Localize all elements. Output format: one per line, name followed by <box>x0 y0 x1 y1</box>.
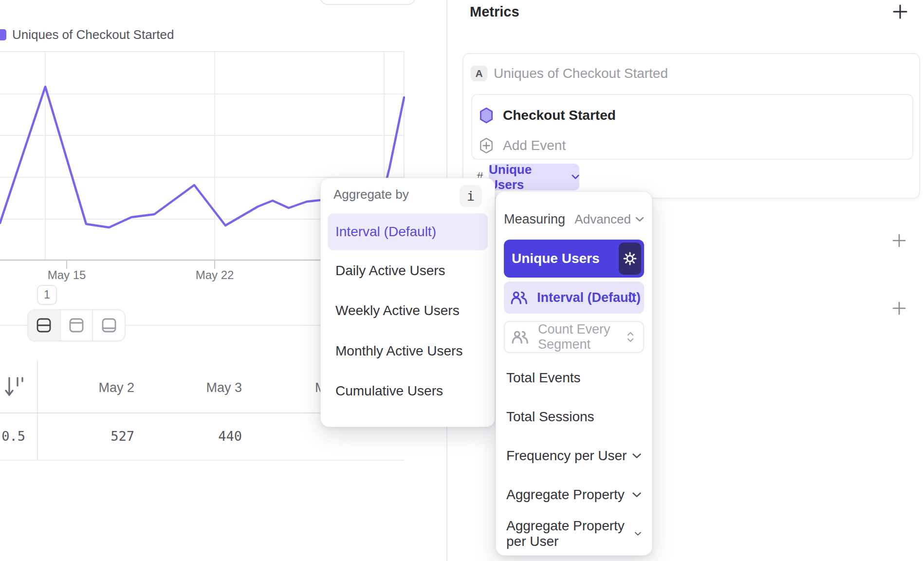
option-label: Frequency per User <box>506 448 627 464</box>
legend-label: Uniques of Checkout Started <box>12 27 174 42</box>
advanced-label: Advanced <box>574 212 631 227</box>
aggregate-by-popup: Aggregate by i Interval (Default) Daily … <box>320 178 495 427</box>
metric-name[interactable]: Uniques of Checkout Started <box>494 66 668 81</box>
option-label: Total Events <box>506 370 581 386</box>
measuring-title: Measuring <box>504 212 565 227</box>
panel-top-icon <box>68 317 85 334</box>
chevron-down-icon <box>572 174 579 180</box>
add-event-hexagon-icon <box>479 137 494 154</box>
chart-layout-toggle <box>27 309 126 341</box>
legend-swatch-icon <box>0 29 6 40</box>
add-row-button-1[interactable] <box>888 230 910 251</box>
event-row-checkout-started[interactable]: Checkout Started <box>479 106 616 125</box>
measuring-option-total-events[interactable]: Total Events <box>506 368 642 388</box>
table-row-border <box>0 460 404 461</box>
measurement-chip[interactable]: Unique Users <box>489 164 579 190</box>
analytics-app: Uniques of Checkout Started May 15May 22… <box>0 0 924 561</box>
table-column-separator <box>37 360 38 460</box>
metric-letter-badge: A <box>471 66 487 81</box>
add-event-row[interactable]: Add Event <box>479 136 566 155</box>
info-icon[interactable]: i <box>460 185 482 207</box>
layout-panel-bottom-button[interactable] <box>92 310 125 340</box>
table-cell-may3: 440 <box>145 429 242 444</box>
advanced-toggle[interactable]: Advanced <box>574 212 644 227</box>
x-tick-label: May 22 <box>196 268 234 282</box>
gear-icon <box>622 250 638 267</box>
event-hexagon-icon <box>479 107 494 124</box>
table-row-label-clipped: 0.5 <box>0 429 25 444</box>
event-name: Checkout Started <box>503 108 616 123</box>
chevron-up-down-icon <box>627 291 636 304</box>
add-row-button-2[interactable] <box>888 298 910 319</box>
users-icon <box>512 330 529 344</box>
param-row-interval[interactable]: Interval (Default) <box>504 281 644 314</box>
event-box: Checkout Started Add Event <box>471 94 913 160</box>
layout-split-rows-button[interactable] <box>28 310 60 340</box>
option-label: Total Sessions <box>506 409 594 425</box>
aggregate-option-cumulative[interactable]: Cumulative Users <box>328 381 488 401</box>
sort-descending-icon[interactable] <box>4 375 25 400</box>
aggregate-option-mau[interactable]: Monthly Active Users <box>328 341 488 361</box>
option-label: Aggregate Property per User <box>506 518 634 549</box>
layout-panel-top-button[interactable] <box>60 310 92 340</box>
aggregate-option-dau[interactable]: Daily Active Users <box>328 261 488 280</box>
measuring-option-aggregate-property[interactable]: Aggregate Property <box>506 485 642 505</box>
users-icon <box>511 291 528 304</box>
measuring-option-frequency-per-user[interactable]: Frequency per User <box>506 446 642 466</box>
unique-users-label: Unique Users <box>512 251 600 266</box>
measuring-option-aggregate-property-per-user[interactable]: Aggregate Property per User <box>506 524 642 543</box>
table-header-may2[interactable]: May 2 <box>37 380 134 395</box>
table-cell-may2: 527 <box>37 429 134 444</box>
page-count-badge[interactable]: 1 <box>37 285 57 305</box>
toolbar-partial-button[interactable] <box>320 0 416 5</box>
metric-card: A Uniques of Checkout Started Checkout S… <box>462 53 920 199</box>
split-rows-icon <box>36 317 52 334</box>
chevron-down-icon <box>632 492 642 498</box>
add-event-label: Add Event <box>503 138 566 153</box>
plus-icon <box>892 233 906 248</box>
aggregate-by-title: Aggregate by <box>333 187 409 202</box>
measuring-popup: Measuring Advanced Unique Users <box>496 191 652 556</box>
measuring-option-total-sessions[interactable]: Total Sessions <box>506 407 642 427</box>
aggregate-option-wau[interactable]: Weekly Active Users <box>328 301 488 320</box>
add-metric-button[interactable] <box>889 1 911 22</box>
x-tick-label: May 15 <box>48 268 86 282</box>
plus-icon <box>892 4 908 19</box>
metrics-panel-title: Metrics <box>470 4 519 20</box>
option-label: Aggregate Property <box>506 487 625 503</box>
plus-icon <box>892 301 906 316</box>
panel-bottom-icon <box>101 317 117 334</box>
measuring-option-unique-users-selected[interactable]: Unique Users <box>504 240 644 278</box>
settings-button[interactable] <box>619 243 641 275</box>
chevron-down-icon <box>635 217 644 222</box>
chart-legend: Uniques of Checkout Started <box>0 28 174 41</box>
chevron-down-icon <box>632 453 642 459</box>
chevron-down-icon <box>634 531 642 537</box>
measuring-header: Measuring Advanced <box>504 209 644 229</box>
param-interval-label: Interval (Default) <box>537 290 641 305</box>
table-header-may3[interactable]: May 3 <box>145 380 242 395</box>
param-row-count-every-segment[interactable]: Count Every Segment <box>504 321 644 353</box>
chevron-up-down-icon <box>626 331 635 343</box>
aggregate-option-interval[interactable]: Interval (Default) <box>328 213 488 250</box>
measurement-chip-label: Unique Users <box>489 162 567 192</box>
